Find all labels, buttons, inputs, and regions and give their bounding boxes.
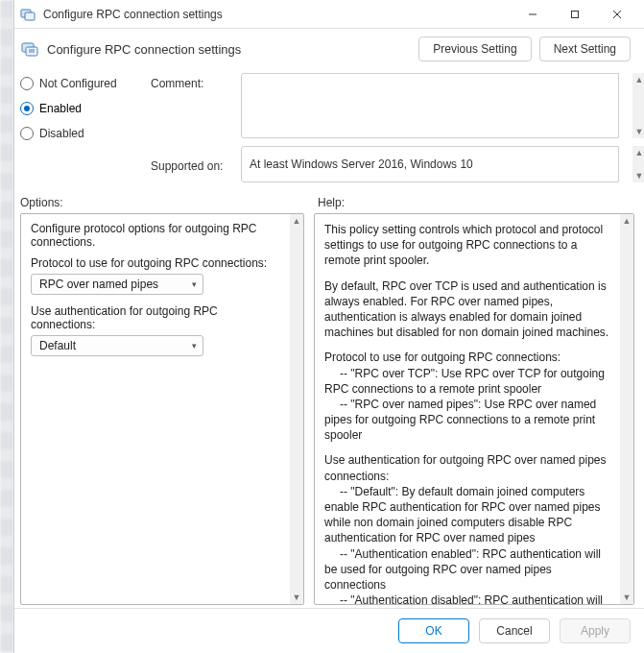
scroll-down-icon: ▼ <box>290 591 303 604</box>
supported-on-value: At least Windows Server 2016, Windows 10 <box>250 157 473 171</box>
previous-setting-button[interactable]: Previous Setting <box>418 36 531 61</box>
protocol-combobox[interactable]: RPC over named pipes ▾ <box>31 274 203 295</box>
dialog-buttons: OK Cancel Apply <box>14 608 644 653</box>
comment-textarea[interactable] <box>241 73 619 138</box>
auth-label: Use authentication for outgoing RPC conn… <box>31 304 280 331</box>
comment-label: Comment: <box>151 73 237 138</box>
help-scrollbar[interactable]: ▲ ▼ <box>620 214 633 604</box>
dialog-title: Configure RPC connection settings <box>47 42 418 57</box>
options-panel: Configure protocol options for outgoing … <box>20 213 304 605</box>
radio-icon <box>20 102 34 115</box>
scroll-up-icon: ▲ <box>620 214 633 228</box>
supported-on-label: Supported on: <box>151 156 237 173</box>
auth-value: Default <box>39 339 76 352</box>
scroll-down-icon: ▼ <box>632 125 644 138</box>
supported-scrollbar[interactable]: ▲ ▼ <box>632 146 644 182</box>
close-button[interactable] <box>596 0 638 29</box>
radio-not-configured[interactable]: Not Configured <box>20 77 147 90</box>
help-paragraph: This policy setting controls which proto… <box>324 222 610 269</box>
content-panels: Configure protocol options for outgoing … <box>14 213 644 605</box>
titlebar: Configure RPC connection settings <box>14 0 644 29</box>
next-setting-button[interactable]: Next Setting <box>539 36 631 61</box>
cancel-button[interactable]: Cancel <box>479 618 550 643</box>
auth-combobox[interactable]: Default ▾ <box>31 335 203 356</box>
options-description: Configure protocol options for outgoing … <box>31 222 280 249</box>
scroll-up-icon: ▲ <box>632 146 644 159</box>
apply-button[interactable]: Apply <box>560 618 631 643</box>
radio-label: Enabled <box>39 102 82 115</box>
protocol-value: RPC over named pipes <box>39 278 158 291</box>
policy-icon <box>20 39 39 59</box>
radio-enabled[interactable]: Enabled <box>20 102 147 115</box>
scroll-up-icon: ▲ <box>632 73 644 86</box>
supported-on-field: At least Windows Server 2016, Windows 10 <box>241 146 619 182</box>
background-ghost-column <box>0 0 13 653</box>
minimize-button[interactable] <box>512 0 554 29</box>
scroll-up-icon: ▲ <box>290 214 303 228</box>
dialog-header: Configure RPC connection settings Previo… <box>14 29 644 61</box>
window-title: Configure RPC connection settings <box>43 8 512 21</box>
help-text: This policy setting controls which proto… <box>315 214 620 604</box>
options-label: Options: <box>20 196 306 209</box>
help-paragraph: Use authentication for outgoing RPC over… <box>324 452 610 604</box>
section-labels: Options: Help: <box>14 188 644 213</box>
nav-buttons: Previous Setting Next Setting <box>418 36 631 61</box>
help-label: Help: <box>318 196 345 209</box>
maximize-button[interactable] <box>554 0 596 29</box>
help-paragraph: By default, RPC over TCP is used and aut… <box>324 278 610 341</box>
help-paragraph: Protocol to use for outgoing RPC connect… <box>324 350 610 443</box>
protocol-label: Protocol to use for outgoing RPC connect… <box>31 256 280 270</box>
svg-rect-3 <box>572 11 579 17</box>
window-controls <box>512 0 638 29</box>
radio-label: Disabled <box>39 127 84 140</box>
comment-scrollbar[interactable]: ▲ ▼ <box>632 73 644 138</box>
chevron-down-icon: ▾ <box>192 279 197 289</box>
radio-icon <box>20 127 34 140</box>
scroll-down-icon: ▼ <box>620 591 633 604</box>
ok-button[interactable]: OK <box>398 618 469 643</box>
chevron-down-icon: ▾ <box>192 341 197 351</box>
policy-state-area: Not Configured Enabled Disabled Comment:… <box>14 61 644 182</box>
scroll-down-icon: ▼ <box>632 169 644 182</box>
dialog-window: Configure RPC connection settings Config… <box>13 0 644 653</box>
options-scrollbar[interactable]: ▲ ▼ <box>290 214 303 604</box>
radio-icon <box>20 77 34 90</box>
app-icon <box>20 7 36 22</box>
radio-disabled[interactable]: Disabled <box>20 127 147 140</box>
help-panel: This policy setting controls which proto… <box>314 213 634 605</box>
radio-label: Not Configured <box>39 77 117 90</box>
svg-rect-1 <box>25 12 35 20</box>
